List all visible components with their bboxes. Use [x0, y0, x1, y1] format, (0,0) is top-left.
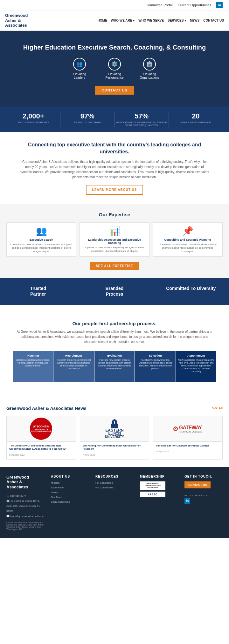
- footer-address: 🏢 42 Business Centre Drive, Suite 206, M…: [6, 499, 45, 514]
- footer-membership-heading: MEMBERSHIP: [140, 475, 178, 478]
- footer-resources-heading: RESOURCES: [95, 475, 134, 478]
- footer-contact-heading: GET IN TOUCH:: [184, 475, 223, 478]
- news-section: Greenwood Asher & Associates News See Al…: [0, 398, 229, 467]
- footer-link-mission[interactable]: Mission: [51, 481, 89, 484]
- step-selection-label: Selection: [137, 354, 173, 357]
- stat-num-diverse: 57%: [115, 112, 169, 120]
- nav-news[interactable]: NEWS: [190, 19, 199, 22]
- step-evaluation-desc: Facilitate new position process through …: [96, 359, 133, 370]
- process-section: Our people-first partnership process. At…: [0, 311, 229, 392]
- linkedin-icon[interactable]: in: [216, 2, 223, 8]
- news-see-all-link[interactable]: See All: [212, 406, 223, 410]
- news-card-body-0: The University Of Wisconsin-Madison Taps…: [7, 442, 76, 459]
- nav-who-we-serve[interactable]: WHO WE SERVE: [138, 19, 164, 22]
- footer-resources-links: For Candidates For Committees: [95, 481, 134, 489]
- svg-rect-1: [112, 421, 114, 425]
- pillar-trusted: TrustedPartner: [0, 278, 76, 305]
- stat-num-repeat: 97%: [60, 112, 114, 120]
- stat-num-years: 20: [169, 112, 223, 120]
- hero-contact-button[interactable]: CONTACT US: [95, 86, 134, 95]
- expertise-card-title-2: Consulting and Strategic Planning: [156, 238, 219, 241]
- step-recruitment-label: Recruitment: [55, 354, 92, 357]
- hero-icons: 👥 Elevating Leaders ⚙️ Elevating Perform…: [67, 58, 162, 79]
- process-steps: Planning Establish expectations for proc…: [13, 351, 216, 382]
- footer-link-our-team[interactable]: Our Team: [51, 496, 89, 499]
- step-planning-desc: Establish expectations for process, time…: [15, 359, 51, 367]
- nav-links: HOME WHO WE ARE ▾ WHO WE SERVE SERVICES …: [98, 19, 224, 22]
- news-card-title-0: The University Of Wisconsin-Madison Taps…: [9, 444, 73, 451]
- footer-link-client-selections[interactable]: Client Selections: [51, 500, 89, 503]
- news-card-date-2: 26 April 2022: [156, 450, 169, 453]
- hero-icon-performance: ⚙️ Elevating Performance: [102, 58, 127, 79]
- logo-line2: Asher &: [5, 18, 28, 23]
- stat-num-searches: 2,000+: [6, 112, 60, 120]
- news-card-image-1: EASTERN ILLINOIS UNIVERSITY: [80, 416, 149, 442]
- news-card-title-1: EIU Asking For Community Input On Search…: [83, 444, 147, 451]
- about-body: Greenwood Asher & Associates believes th…: [19, 159, 210, 180]
- svg-rect-2: [115, 421, 117, 425]
- news-header: Greenwood Asher & Associates News See Al…: [6, 406, 223, 411]
- step-planning: Planning Establish expectations for proc…: [13, 351, 53, 382]
- footer-link-values[interactable]: Values: [51, 491, 89, 494]
- footer-col-resources: RESOURCES For Candidates For Committees: [95, 475, 134, 530]
- step-selection-desc: Facilitate the review meeting. Support c…: [137, 359, 173, 370]
- pillar-diversity: Committed To Diversity: [153, 278, 229, 305]
- main-nav: Greenwood Asher & Associates HOME WHO WE…: [0, 10, 229, 31]
- footer-link-experience[interactable]: Experience: [51, 486, 89, 489]
- member-badges: Proud MemberExecutive SearchRoundtable #…: [140, 481, 178, 497]
- footer-col-about: ABOUT US Mission Experience Values Our T…: [51, 475, 89, 530]
- footer-link-candidates[interactable]: For Candidates: [95, 481, 134, 484]
- news-card-body-1: EIU Asking For Community Input On Search…: [80, 442, 149, 459]
- news-card-date-1: 7 June 2022: [83, 454, 95, 456]
- expertise-card-desc-0: Lorem ipsum dolor sit amet, consectetur …: [10, 243, 73, 253]
- footer-phone: 📞 850-650-2277: [6, 493, 45, 499]
- nav-who-we-are[interactable]: WHO WE ARE ▾: [111, 19, 135, 22]
- step-recruitment-desc: Research and develop institutional advan…: [55, 359, 92, 370]
- committee-portal-link[interactable]: Committee Portal: [146, 3, 173, 7]
- news-card-0[interactable]: WISCONSIN UNIVERSITY OF WISCONSIN-MADISO…: [6, 416, 76, 460]
- footer: Greenwood Asher & Associates 📞 850-650-2…: [0, 467, 229, 538]
- step-recruitment: Recruitment Research and develop institu…: [53, 351, 94, 382]
- footer-about-heading: ABOUT US: [51, 475, 89, 478]
- expertise-card-title-0: Executive Search: [10, 238, 73, 241]
- stat-label-years: YEARS OF EXPERIENCE: [169, 121, 223, 124]
- expertise-card-1: 📊 Leadership Assessment and Executive Co…: [80, 222, 149, 257]
- about-cta-button[interactable]: LEARN MORE ABOUT US: [86, 185, 143, 195]
- footer-logo: Greenwood Asher & Associates: [6, 475, 45, 490]
- step-appointment-desc: Notify candidates who participate the ne…: [178, 359, 214, 373]
- footer-grid: Greenwood Asher & Associates 📞 850-650-2…: [6, 475, 223, 530]
- step-selection: Selection Facilitate the review meeting.…: [135, 351, 175, 382]
- process-body: At Greenwood Asher & Associates, we appr…: [13, 329, 216, 345]
- stat-label-repeat: REPEAT CLIENT RATE: [60, 121, 114, 124]
- expertise-card-desc-1: Opttime tuis est laudem adipiscing elit.…: [83, 246, 146, 253]
- hero-icon-organizations: 🏛️ Elevating Organizations: [137, 58, 162, 79]
- news-card-1[interactable]: EASTERN ILLINOIS UNIVERSITY EIU Asking F…: [80, 416, 149, 460]
- news-card-2[interactable]: GATEWAY TECHNICAL COLLEGE Timeline Set F…: [153, 416, 223, 460]
- nav-home[interactable]: HOME: [98, 19, 107, 22]
- stat-diverse: 57% APPOINTMENTS REPRESENTED PEOPLE WITH…: [115, 112, 169, 127]
- nav-contact[interactable]: CONTACT US: [203, 19, 224, 22]
- news-title: Greenwood Asher & Associates News: [6, 406, 87, 411]
- stat-label-diverse: APPOINTMENTS REPRESENTED PEOPLE WITH DIV…: [115, 121, 169, 127]
- stat-label-searches: SUCCESSFUL SEARCHES: [6, 121, 60, 124]
- footer-link-committees[interactable]: For Committees: [95, 486, 134, 489]
- performance-icon: ⚙️: [108, 58, 121, 70]
- process-title: Our people-first partnership process.: [13, 321, 216, 326]
- news-card-title-2: Timeline Set For Gateway Technical Colle…: [156, 444, 220, 447]
- footer-contact-button[interactable]: CONTACT US: [184, 481, 211, 488]
- news-card-date-0: 8 October 2022: [9, 454, 24, 456]
- expertise-icon-1: 📊: [83, 226, 146, 236]
- current-opportunities-link[interactable]: Current Opportunities: [178, 3, 211, 7]
- expertise-cta-button[interactable]: SEE ALL EXPERTISE: [90, 262, 139, 270]
- nav-services[interactable]: SERVICES ▾: [168, 19, 186, 22]
- eiu-logo: EASTERN ILLINOIS UNIVERSITY: [105, 419, 124, 439]
- expertise-title: Our Expertise: [6, 212, 223, 217]
- member-badge-aesc: #AESC: [140, 492, 165, 497]
- footer-linkedin-icon[interactable]: in: [184, 498, 190, 504]
- pillar-branded: BrandedProcess: [76, 278, 153, 305]
- hero-title: Higher Education Executive Search, Coach…: [23, 43, 206, 51]
- footer-col-contact: GET IN TOUCH: CONTACT US FOLLOW US ON: i…: [184, 475, 223, 530]
- stat-searches: 2,000+ SUCCESSFUL SEARCHES: [6, 112, 60, 127]
- hero-section: Higher Education Executive Search, Coach…: [0, 31, 229, 107]
- stats-bar: 2,000+ SUCCESSFUL SEARCHES 97% REPEAT CL…: [0, 107, 229, 132]
